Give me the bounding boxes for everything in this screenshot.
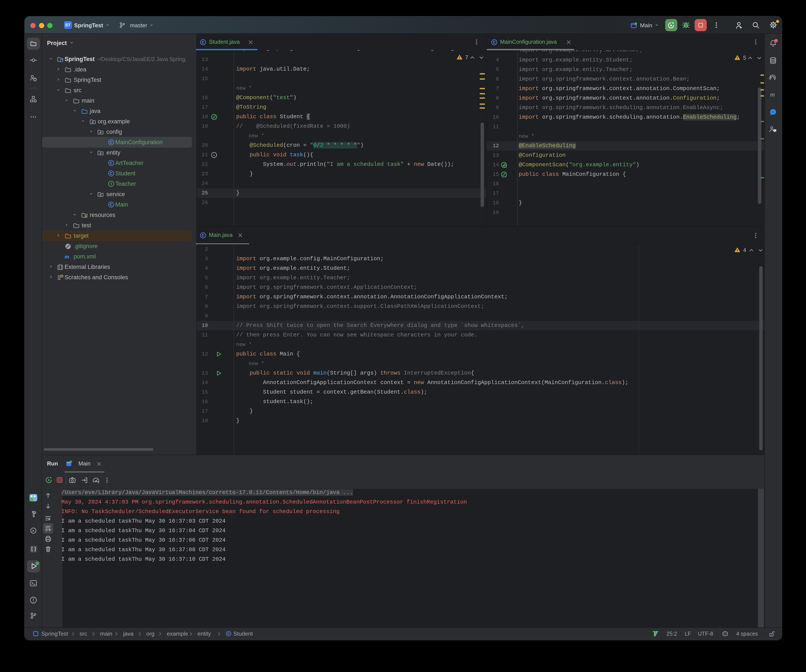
- svg-text:C: C: [110, 140, 112, 144]
- svg-text:C: C: [110, 171, 112, 176]
- svg-text:?: ?: [34, 78, 36, 81]
- svg-text:C: C: [227, 632, 230, 636]
- svg-text:C: C: [202, 233, 204, 237]
- svg-text:C: C: [110, 161, 112, 165]
- svg-text:C: C: [110, 203, 112, 207]
- svg-text:I: I: [111, 182, 112, 186]
- svg-text:C: C: [202, 40, 204, 44]
- svg-text:C: C: [493, 40, 495, 44]
